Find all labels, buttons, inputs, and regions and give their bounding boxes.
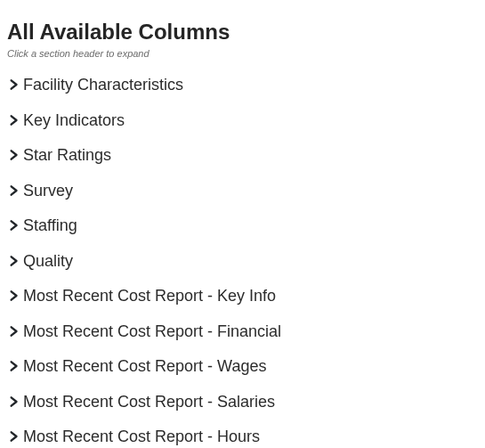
section-label: Survey bbox=[23, 181, 73, 201]
section-label: Staffing bbox=[23, 216, 77, 236]
page-title: All Available Columns bbox=[7, 20, 478, 45]
chevron-right-icon bbox=[7, 325, 20, 338]
section-label: Key Indicators bbox=[23, 110, 125, 131]
section-label: Most Recent Cost Report - Wages bbox=[23, 356, 266, 377]
section-label: Facility Characteristics bbox=[23, 75, 183, 95]
section-label: Most Recent Cost Report - Key Info bbox=[23, 286, 276, 306]
page-subtitle: Click a section header to expand bbox=[7, 48, 478, 59]
chevron-right-icon bbox=[7, 395, 20, 408]
section-header-cost-report-financial[interactable]: Most Recent Cost Report - Financial bbox=[7, 322, 478, 342]
section-label: Star Ratings bbox=[23, 145, 111, 166]
section-header-star-ratings[interactable]: Star Ratings bbox=[7, 145, 478, 166]
chevron-right-icon bbox=[7, 114, 20, 126]
section-header-survey[interactable]: Survey bbox=[7, 181, 478, 201]
chevron-right-icon bbox=[7, 149, 20, 161]
section-header-cost-report-hours[interactable]: Most Recent Cost Report - Hours bbox=[7, 427, 478, 447]
chevron-right-icon bbox=[7, 184, 20, 197]
section-label: Quality bbox=[23, 251, 73, 272]
section-header-facility-characteristics[interactable]: Facility Characteristics bbox=[7, 75, 478, 95]
section-list: Facility Characteristics Key Indicators … bbox=[7, 75, 478, 447]
section-header-cost-report-salaries[interactable]: Most Recent Cost Report - Salaries bbox=[7, 392, 478, 412]
chevron-right-icon bbox=[7, 360, 20, 372]
chevron-right-icon bbox=[7, 78, 20, 91]
section-label: Most Recent Cost Report - Hours bbox=[23, 427, 260, 447]
chevron-right-icon bbox=[7, 219, 20, 232]
section-header-cost-report-wages[interactable]: Most Recent Cost Report - Wages bbox=[7, 356, 478, 377]
chevron-right-icon bbox=[7, 255, 20, 267]
chevron-right-icon bbox=[7, 289, 20, 302]
chevron-right-icon bbox=[7, 430, 20, 443]
section-header-cost-report-key-info[interactable]: Most Recent Cost Report - Key Info bbox=[7, 286, 478, 306]
section-header-quality[interactable]: Quality bbox=[7, 251, 478, 272]
section-label: Most Recent Cost Report - Financial bbox=[23, 322, 281, 342]
section-header-staffing[interactable]: Staffing bbox=[7, 216, 478, 236]
section-header-key-indicators[interactable]: Key Indicators bbox=[7, 110, 478, 131]
section-label: Most Recent Cost Report - Salaries bbox=[23, 392, 275, 412]
